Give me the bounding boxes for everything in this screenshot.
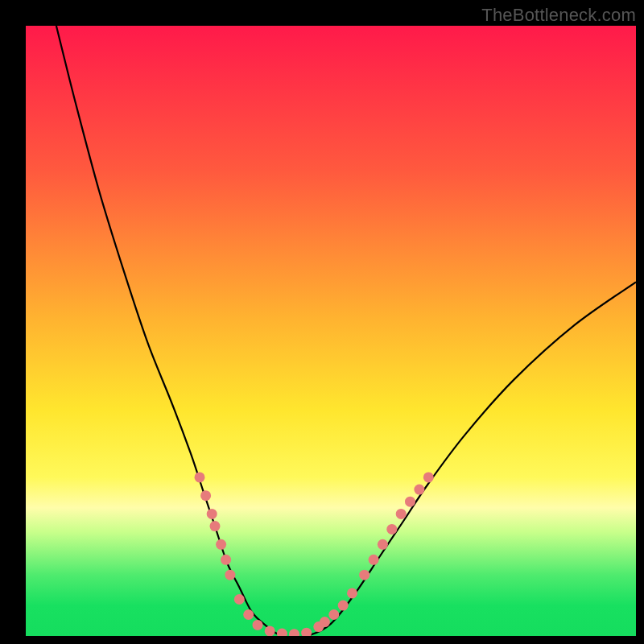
watermark-text: TheBottleneck.com bbox=[481, 5, 636, 26]
plot-area bbox=[26, 26, 636, 636]
chart-frame: TheBottleneck.com bbox=[0, 0, 644, 644]
